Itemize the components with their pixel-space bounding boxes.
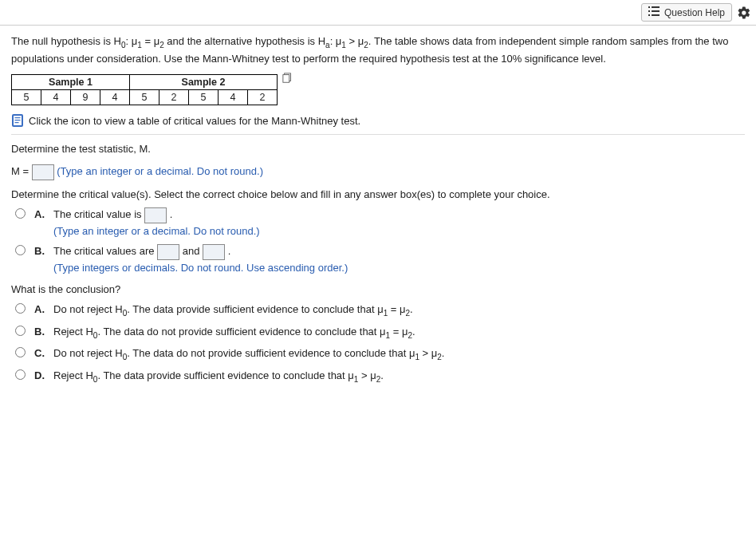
option-letter: D.: [34, 368, 47, 384]
prompt-text: > μ: [346, 35, 364, 47]
critval-option-b: B. The critical values are and . (Type i…: [11, 243, 745, 275]
opt-text: .: [410, 303, 413, 315]
cell: 5: [189, 90, 219, 105]
conclusion-option-c: C. Do not reject H0. The data do not pro…: [11, 345, 745, 363]
svg-rect-3: [652, 10, 660, 12]
m-hint: (Type an integer or a decimal. Do not ro…: [57, 166, 263, 178]
svg-rect-4: [648, 14, 650, 16]
question-content: The null hypothesis is H0: μ1 = μ2 and t…: [0, 26, 756, 401]
reference-link-text[interactable]: Click the icon to view a table of critic…: [29, 115, 360, 127]
critval-radio-b[interactable]: [15, 245, 26, 255]
option-letter: A.: [34, 207, 47, 223]
cell: 4: [41, 90, 71, 105]
critval-option-a: A. The critical value is . (Type an inte…: [11, 207, 745, 239]
critval-radio-a[interactable]: [15, 208, 26, 219]
conclusion-section: What is the conclusion? A. Do not reject…: [11, 283, 745, 385]
test-statistic-prompt: Determine the test statistic, M.: [11, 143, 745, 155]
conclusion-radio-a[interactable]: [15, 303, 26, 314]
cell: 4: [219, 90, 248, 105]
m-value-input[interactable]: [32, 164, 54, 180]
conclusion-option-b: B. Reject H0. The data do not provide su…: [11, 324, 745, 342]
opt-text: and: [183, 245, 203, 257]
sample1-header: Sample 1: [12, 75, 130, 90]
opt-text: .: [228, 245, 231, 257]
reference-link-row: Click the icon to view a table of critic…: [11, 113, 745, 128]
sample-data-table: Sample 1 Sample 2 5 4 9 4 5 2 5 4 2: [11, 74, 278, 105]
opt-text: .: [412, 326, 415, 338]
svg-rect-7: [283, 75, 289, 83]
opt-text: . The data do not provide sufficient evi…: [97, 326, 385, 338]
reference-doc-icon[interactable]: [11, 113, 24, 128]
opt-text: Reject H: [53, 326, 93, 338]
prompt-text: = μ: [142, 35, 159, 47]
svg-rect-2: [648, 10, 650, 12]
m-equals-label: M =: [11, 166, 32, 178]
sample2-header: Sample 2: [130, 75, 278, 90]
opt-text: Do not reject H: [53, 303, 123, 315]
opt-text: .: [170, 208, 173, 220]
opt-text: Reject H: [53, 369, 93, 381]
conclusion-option-d: D. Reject H0. The data provide sufficien…: [11, 368, 745, 385]
question-help-button[interactable]: Question Help: [641, 3, 732, 22]
opt-text: The critical values are: [53, 245, 157, 257]
opt-text: . The data provide sufficient evidence t…: [127, 303, 383, 315]
copy-table-icon[interactable]: [282, 73, 293, 86]
option-letter: B.: [34, 324, 47, 340]
cell: 5: [130, 90, 159, 105]
option-letter: A.: [34, 302, 47, 318]
data-table-wrap: Sample 1 Sample 2 5 4 9 4 5 2 5 4 2: [11, 71, 745, 105]
settings-gear-icon[interactable]: [737, 6, 751, 20]
opt-hint: (Type an integer or a decimal. Do not ro…: [53, 223, 745, 239]
opt-text: . The data provide sufficient evidence t…: [97, 369, 353, 381]
svg-rect-10: [15, 117, 21, 118]
top-bar: Question Help: [0, 0, 756, 26]
critval-b-input-1[interactable]: [157, 244, 179, 260]
svg-rect-12: [15, 122, 19, 123]
opt-text: . The data do not provide sufficient evi…: [127, 347, 415, 359]
separator: [11, 134, 745, 135]
svg-rect-0: [648, 6, 650, 8]
conclusion-option-a: A. Do not reject H0. The data provide su…: [11, 302, 745, 319]
cell: 2: [248, 90, 278, 105]
test-statistic-section: Determine the test statistic, M. M = (Ty…: [11, 143, 745, 180]
opt-text: > μ: [358, 369, 376, 381]
conclusion-prompt: What is the conclusion?: [11, 283, 745, 295]
opt-text: > μ: [419, 347, 437, 359]
critical-value-section: Determine the critical value(s). Select …: [11, 188, 745, 275]
critval-prompt: Determine the critical value(s). Select …: [11, 188, 745, 200]
cell: 4: [100, 90, 130, 105]
opt-text: The critical value is: [53, 208, 144, 220]
conclusion-radio-d[interactable]: [15, 369, 26, 380]
svg-rect-11: [15, 120, 21, 120]
list-icon: [648, 6, 660, 18]
prompt-text: : μ: [126, 35, 138, 47]
option-letter: C.: [34, 345, 47, 361]
question-help-label: Question Help: [664, 7, 725, 18]
prompt-text: : μ: [330, 35, 342, 47]
cell: 2: [159, 90, 189, 105]
opt-text: .: [442, 347, 445, 359]
svg-rect-1: [652, 6, 660, 8]
opt-text: Do not reject H: [53, 347, 123, 359]
opt-hint: (Type integers or decimals. Do not round…: [53, 260, 745, 276]
question-prompt: The null hypothesis is H0: μ1 = μ2 and t…: [11, 34, 745, 66]
option-letter: B.: [34, 243, 47, 259]
svg-rect-5: [652, 14, 660, 16]
conclusion-radio-b[interactable]: [15, 326, 26, 336]
opt-text: .: [380, 369, 384, 381]
prompt-text: The null hypothesis is H: [11, 35, 121, 47]
cell: 5: [12, 90, 41, 105]
prompt-text: and the alternative hypothesis is H: [164, 35, 325, 47]
critval-a-input[interactable]: [144, 207, 167, 223]
opt-text: = μ: [390, 326, 408, 338]
critval-b-input-2[interactable]: [203, 244, 225, 260]
opt-text: = μ: [388, 303, 405, 315]
conclusion-radio-c[interactable]: [15, 347, 26, 357]
cell: 9: [71, 90, 100, 105]
